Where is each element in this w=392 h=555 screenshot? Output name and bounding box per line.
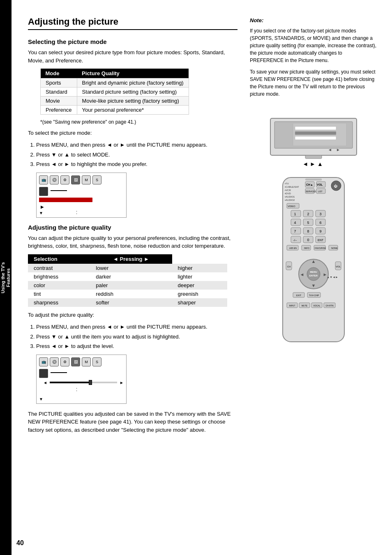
svg-text:TV/V-CHIP: TV/V-CHIP	[309, 294, 319, 297]
section2-steps-list: Press MENU, and then press ◄ or ► until …	[36, 323, 238, 350]
left-column: Adjusting the picture Selecting the pict…	[28, 16, 246, 438]
note-box: Note: If you select one of the factory-s…	[250, 16, 377, 98]
svg-text:VOL: VOL	[336, 265, 341, 268]
svg-text:A/B EN: A/B EN	[289, 247, 297, 249]
closing-text: The PICTURE qualities you adjusted can b…	[28, 410, 238, 434]
pressing-selection: brightness	[28, 272, 90, 281]
menu-icon-s: S	[92, 175, 101, 184]
mode-movie: Movie	[41, 97, 77, 106]
svg-rect-3	[295, 127, 336, 130]
svg-text:CH-RTN: CH-RTN	[325, 304, 333, 307]
mode-sports: Sports	[41, 78, 77, 88]
svg-text:FAVO/RSE: FAVO/RSE	[315, 247, 326, 249]
menu-icon-m: M	[82, 175, 91, 184]
svg-text:MENU: MENU	[310, 271, 317, 273]
svg-text:►: ►	[336, 147, 340, 152]
svg-point-61	[307, 267, 320, 281]
list-item: Press MENU, and then press ◄ or ► until …	[36, 323, 238, 331]
menu-icons-row: 📺 🔘 ⚙ 🖼 M S	[39, 175, 124, 184]
svg-text:•AUDIO1: •AUDIO1	[285, 196, 295, 198]
menu-selected-icon	[39, 187, 48, 196]
quality-sports: Bright and dynamic picture (factory sett…	[77, 78, 189, 88]
pressing-right: higher	[172, 264, 227, 272]
menu-icon-circle: 🔘	[50, 175, 59, 184]
list-item: Press ▼ or ▲ to select MODE.	[36, 151, 238, 159]
quality-preference: Your personal preference*	[77, 106, 189, 115]
svg-text:INFO: INFO	[304, 247, 310, 249]
section2-intro: You can adjust the picture quality to yo…	[28, 234, 238, 250]
menu-screenshot-1: 📺 🔘 ⚙ 🖼 M S ▶ ⁚ ▼	[36, 173, 127, 218]
note-label: Note:	[250, 16, 377, 25]
svg-text:▲▼◄►: ▲▼◄►	[327, 276, 338, 279]
menu-highlight-bar	[39, 198, 92, 202]
svg-text:CH▲: CH▲	[306, 183, 313, 186]
svg-text:•CABLE/SAT: •CABLE/SAT	[285, 186, 299, 188]
svg-text:VOCAL: VOCAL	[314, 304, 321, 307]
menu-icon-picture2: 🖼	[71, 357, 80, 366]
pressing-left: reddish	[90, 290, 172, 298]
menu-icon-gear2: ⚙	[60, 357, 69, 366]
table-row: sharpness softer sharper	[28, 298, 227, 307]
tv-svg: ◄ ►	[268, 114, 359, 159]
tv-arrows: ◄►▲	[302, 161, 325, 167]
table-row: contrast lower higher	[28, 264, 227, 272]
quality-standard: Standard picture setting (factory settin…	[77, 88, 189, 97]
menu-icons-row-2: 📺 🔘 ⚙ 🖼 M S	[39, 357, 124, 366]
svg-text:EXIT: EXIT	[296, 294, 302, 297]
main-content: Adjusting the picture Selecting the pict…	[12, 0, 392, 454]
svg-text:•TV: •TV	[285, 182, 289, 185]
svg-rect-4	[295, 131, 336, 135]
svg-text:INPUT: INPUT	[289, 304, 295, 307]
svg-text:CH: CH	[287, 265, 291, 268]
slider-fill	[50, 382, 90, 383]
section1-header: Selecting the picture mode	[28, 38, 238, 45]
svg-text:6: 6	[319, 221, 321, 225]
menu-icon-circle2: 🔘	[50, 357, 59, 366]
list-item: Press ▼ or ▲ until the item you want to …	[36, 333, 238, 341]
sidebar-tab: Using the TV's Features	[0, 0, 12, 555]
pressing-left: darker	[90, 272, 172, 281]
note-paragraph-2: To save your new picture quality setting…	[250, 68, 377, 98]
pressing-table: Selection ◄ Pressing ► contrast lower hi…	[28, 254, 227, 307]
svg-rect-5	[295, 136, 336, 140]
mode-table: Mode Picture Quality Sports Bright and d…	[40, 69, 189, 115]
right-column: Note: If you select one of the factory-s…	[246, 16, 377, 438]
quality-movie: Movie-like picture setting (factory sett…	[77, 97, 189, 106]
table-row: Movie Movie-like picture setting (factor…	[41, 97, 189, 106]
section2-steps-intro: To adjust the picture quality:	[28, 311, 238, 319]
pressing-col-left: ◄ Pressing ►	[90, 254, 172, 264]
menu-selected-icon-2	[39, 369, 48, 378]
menu-icon-tv2: 📺	[39, 357, 48, 366]
remote-container: ⏻ •TV •CABLE/SAT •VCR •DVD •AUDIO1 •AUDI…	[250, 175, 377, 348]
slider-row: ◄ ►	[39, 380, 124, 385]
svg-text:▼: ▼	[311, 283, 316, 288]
svg-text:SERVICES: SERVICES	[306, 190, 316, 193]
menu-arrow-down: ▼	[39, 211, 43, 215]
svg-text:5: 5	[307, 221, 309, 225]
menu-dot-2: ⁚	[76, 387, 124, 392]
slider-arrow-right: ►	[120, 380, 124, 385]
pressing-left: lower	[90, 264, 172, 272]
svg-text:MUTE: MUTE	[302, 304, 308, 307]
page-number: 40	[16, 539, 24, 547]
pressing-selection: contrast	[28, 264, 90, 272]
tv-diagram: ◄ ► ◄►▲	[250, 114, 377, 167]
table-row: Standard Standard picture setting (facto…	[41, 88, 189, 97]
list-item: Press ◄ or ► to adjust the level.	[36, 342, 238, 350]
svg-text:◄: ◄	[300, 272, 304, 277]
list-item: Press MENU, and then press ◄ or ► until …	[36, 141, 238, 149]
svg-text:1: 1	[294, 212, 296, 216]
menu-icon-gear: ⚙	[60, 175, 69, 184]
table-row: Sports Bright and dynamic picture (facto…	[41, 78, 189, 88]
svg-text:◄: ◄	[328, 147, 332, 152]
menu-underline-2	[51, 372, 67, 373]
section2-header: Adjusting the picture quality	[28, 224, 238, 231]
page-title: Adjusting the picture	[28, 16, 238, 30]
pressing-right: deeper	[172, 281, 227, 290]
section1-intro: You can select your desired picture type…	[28, 48, 238, 64]
table-row: brightness darker lighter	[28, 272, 227, 281]
table-row: tint reddish greenish	[28, 290, 227, 298]
svg-text:LIST: LIST	[318, 190, 323, 193]
svg-rect-85	[305, 179, 322, 180]
pressing-right: sharper	[172, 298, 227, 307]
